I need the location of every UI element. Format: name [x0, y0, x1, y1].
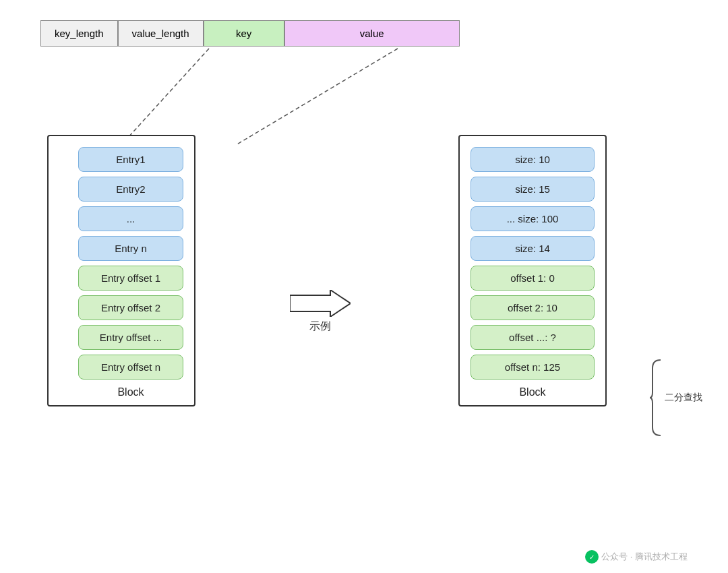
entry-offset-n: Entry offset n [78, 355, 183, 380]
entry-dots: ... [78, 206, 183, 231]
cell-key: key [204, 20, 284, 47]
arrow-label: 示例 [309, 320, 331, 334]
r-size-2: size: 15 [471, 177, 595, 202]
entry-2: Entry2 [78, 177, 183, 202]
watermark-text: 公众号 · 腾讯技术工程 [601, 551, 688, 563]
entry-n: Entry n [78, 236, 183, 261]
right-arrow-svg [290, 290, 351, 317]
r-size-dots: ... size: 100 [471, 206, 595, 231]
brace-svg [648, 359, 662, 437]
main-container: key_length value_length key value Entry1… [0, 0, 728, 573]
watermark: ✓ 公众号 · 腾讯技术工程 [585, 550, 688, 564]
cell-key-length: key_length [40, 20, 118, 47]
entry-offset-dots: Entry offset ... [78, 325, 183, 350]
left-block-title: Block [78, 386, 183, 398]
r-offset-1: offset 1: 0 [471, 266, 595, 291]
right-block: size: 10 size: 15 ... size: 100 size: 14… [458, 135, 607, 406]
r-offset-2: offset 2: 10 [471, 295, 595, 320]
cell-value-length: value_length [118, 20, 204, 47]
entry-offset-1: Entry offset 1 [78, 266, 183, 291]
arrow-container: 示例 [290, 290, 351, 334]
brace-container: 二分查找 [648, 359, 702, 437]
cell-value: value [284, 20, 460, 47]
svg-marker-14 [290, 290, 351, 317]
r-offset-n: offset n: 125 [471, 355, 595, 380]
svg-line-1 [236, 49, 398, 145]
entry-offset-2: Entry offset 2 [78, 295, 183, 320]
r-size-1: size: 10 [471, 147, 595, 172]
r-offset-dots: offset ...: ? [471, 325, 595, 350]
r-size-n: size: 14 [471, 236, 595, 261]
left-block: Entry1 Entry2 ... Entry n Entry offset 1… [47, 135, 195, 406]
svg-line-0 [121, 49, 209, 145]
right-block-title: Block [471, 386, 595, 398]
top-row: key_length value_length key value [40, 20, 460, 47]
wechat-icon: ✓ [585, 550, 599, 564]
entry-1: Entry1 [78, 147, 183, 172]
brace-label: 二分查找 [665, 392, 702, 404]
